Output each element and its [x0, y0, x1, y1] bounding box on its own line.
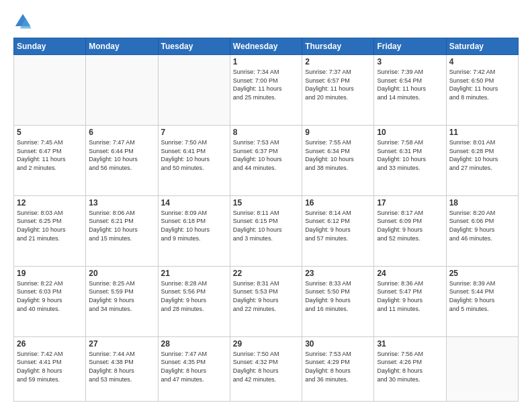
day-info: Sunrise: 7:56 AM Sunset: 4:26 PM Dayligh…	[377, 350, 443, 383]
day-info: Sunrise: 8:20 AM Sunset: 6:06 PM Dayligh…	[449, 209, 515, 242]
weekday-header-tuesday: Tuesday	[158, 38, 230, 55]
day-info: Sunrise: 7:42 AM Sunset: 6:50 PM Dayligh…	[449, 68, 515, 101]
day-number: 12	[17, 198, 83, 208]
calendar-cell: 29Sunrise: 7:50 AM Sunset: 4:32 PM Dayli…	[230, 336, 302, 401]
day-number: 24	[377, 269, 443, 278]
calendar-cell: 14Sunrise: 8:09 AM Sunset: 6:18 PM Dayli…	[158, 195, 230, 266]
logo-icon	[13, 12, 32, 31]
day-info: Sunrise: 7:53 AM Sunset: 4:29 PM Dayligh…	[305, 350, 371, 383]
calendar-week-4: 19Sunrise: 8:22 AM Sunset: 6:03 PM Dayli…	[14, 266, 519, 336]
day-number: 2	[305, 57, 371, 66]
day-number: 1	[233, 57, 299, 66]
calendar-cell: 9Sunrise: 7:55 AM Sunset: 6:34 PM Daylig…	[302, 125, 374, 195]
day-info: Sunrise: 7:47 AM Sunset: 6:44 PM Dayligh…	[89, 138, 154, 172]
calendar-cell: 4Sunrise: 7:42 AM Sunset: 6:50 PM Daylig…	[446, 55, 518, 126]
day-info: Sunrise: 7:50 AM Sunset: 6:41 PM Dayligh…	[161, 138, 227, 172]
calendar-cell: 17Sunrise: 8:17 AM Sunset: 6:09 PM Dayli…	[374, 195, 446, 266]
day-info: Sunrise: 7:50 AM Sunset: 4:32 PM Dayligh…	[233, 350, 299, 383]
calendar-week-1: 1Sunrise: 7:34 AM Sunset: 7:00 PM Daylig…	[14, 55, 519, 126]
calendar-cell: 12Sunrise: 8:03 AM Sunset: 6:25 PM Dayli…	[14, 195, 86, 266]
day-info: Sunrise: 8:09 AM Sunset: 6:18 PM Dayligh…	[161, 209, 227, 242]
day-number: 19	[17, 269, 83, 278]
calendar-cell: 7Sunrise: 7:50 AM Sunset: 6:41 PM Daylig…	[158, 125, 230, 195]
day-info: Sunrise: 8:36 AM Sunset: 5:47 PM Dayligh…	[377, 279, 443, 313]
day-info: Sunrise: 8:31 AM Sunset: 5:53 PM Dayligh…	[233, 279, 299, 313]
calendar-cell: 3Sunrise: 7:39 AM Sunset: 6:54 PM Daylig…	[374, 55, 446, 126]
day-info: Sunrise: 7:37 AM Sunset: 6:57 PM Dayligh…	[305, 68, 371, 101]
calendar-cell: 18Sunrise: 8:20 AM Sunset: 6:06 PM Dayli…	[446, 195, 518, 266]
calendar-week-2: 5Sunrise: 7:45 AM Sunset: 6:47 PM Daylig…	[14, 125, 519, 195]
day-number: 16	[305, 198, 371, 208]
day-number: 14	[161, 198, 227, 208]
calendar-cell: 2Sunrise: 7:37 AM Sunset: 6:57 PM Daylig…	[302, 55, 374, 126]
day-number: 21	[161, 269, 227, 278]
day-number: 20	[89, 269, 154, 278]
page: SundayMondayTuesdayWednesdayThursdayFrid…	[0, 0, 532, 411]
calendar-cell: 10Sunrise: 7:58 AM Sunset: 6:31 PM Dayli…	[374, 125, 446, 195]
day-number: 5	[17, 128, 83, 137]
day-info: Sunrise: 8:01 AM Sunset: 6:28 PM Dayligh…	[449, 138, 515, 172]
weekday-header-friday: Friday	[374, 38, 446, 55]
day-number: 8	[233, 128, 299, 137]
calendar-cell	[446, 336, 518, 401]
day-number: 9	[305, 128, 371, 137]
day-number: 29	[233, 339, 299, 349]
day-number: 18	[449, 198, 515, 208]
day-info: Sunrise: 8:25 AM Sunset: 5:59 PM Dayligh…	[89, 279, 154, 313]
day-info: Sunrise: 7:53 AM Sunset: 6:37 PM Dayligh…	[233, 138, 299, 172]
day-info: Sunrise: 8:06 AM Sunset: 6:21 PM Dayligh…	[89, 209, 154, 242]
day-number: 27	[89, 339, 154, 349]
day-info: Sunrise: 8:22 AM Sunset: 6:03 PM Dayligh…	[17, 279, 83, 313]
day-info: Sunrise: 8:14 AM Sunset: 6:12 PM Dayligh…	[305, 209, 371, 242]
day-number: 6	[89, 128, 154, 137]
day-info: Sunrise: 7:47 AM Sunset: 4:35 PM Dayligh…	[161, 350, 227, 383]
day-info: Sunrise: 8:39 AM Sunset: 5:44 PM Dayligh…	[449, 279, 515, 313]
logo	[13, 12, 35, 31]
day-info: Sunrise: 7:34 AM Sunset: 7:00 PM Dayligh…	[233, 68, 299, 101]
calendar-cell: 8Sunrise: 7:53 AM Sunset: 6:37 PM Daylig…	[230, 125, 302, 195]
day-number: 25	[449, 269, 515, 278]
calendar-cell: 26Sunrise: 7:42 AM Sunset: 4:41 PM Dayli…	[14, 336, 86, 401]
calendar-cell: 23Sunrise: 8:33 AM Sunset: 5:50 PM Dayli…	[302, 266, 374, 336]
calendar-week-3: 12Sunrise: 8:03 AM Sunset: 6:25 PM Dayli…	[14, 195, 519, 266]
day-number: 28	[161, 339, 227, 349]
calendar-cell: 13Sunrise: 8:06 AM Sunset: 6:21 PM Dayli…	[86, 195, 158, 266]
day-info: Sunrise: 7:42 AM Sunset: 4:41 PM Dayligh…	[17, 350, 83, 383]
weekday-header-thursday: Thursday	[302, 38, 374, 55]
day-info: Sunrise: 7:44 AM Sunset: 4:38 PM Dayligh…	[89, 350, 154, 383]
day-number: 10	[377, 128, 443, 137]
calendar-cell: 15Sunrise: 8:11 AM Sunset: 6:15 PM Dayli…	[230, 195, 302, 266]
calendar-cell	[86, 55, 158, 126]
day-info: Sunrise: 8:03 AM Sunset: 6:25 PM Dayligh…	[17, 209, 83, 242]
calendar-cell: 30Sunrise: 7:53 AM Sunset: 4:29 PM Dayli…	[302, 336, 374, 401]
day-number: 15	[233, 198, 299, 208]
calendar-cell	[158, 55, 230, 126]
day-number: 3	[377, 57, 443, 66]
calendar-cell: 1Sunrise: 7:34 AM Sunset: 7:00 PM Daylig…	[230, 55, 302, 126]
calendar-cell: 19Sunrise: 8:22 AM Sunset: 6:03 PM Dayli…	[14, 266, 86, 336]
calendar-cell: 24Sunrise: 8:36 AM Sunset: 5:47 PM Dayli…	[374, 266, 446, 336]
day-info: Sunrise: 7:45 AM Sunset: 6:47 PM Dayligh…	[17, 138, 83, 172]
day-number: 7	[161, 128, 227, 137]
calendar-cell: 21Sunrise: 8:28 AM Sunset: 5:56 PM Dayli…	[158, 266, 230, 336]
day-number: 17	[377, 198, 443, 208]
calendar-cell: 27Sunrise: 7:44 AM Sunset: 4:38 PM Dayli…	[86, 336, 158, 401]
weekday-header-wednesday: Wednesday	[230, 38, 302, 55]
day-info: Sunrise: 8:11 AM Sunset: 6:15 PM Dayligh…	[233, 209, 299, 242]
day-info: Sunrise: 7:58 AM Sunset: 6:31 PM Dayligh…	[377, 138, 443, 172]
day-number: 26	[17, 339, 83, 349]
calendar-cell: 6Sunrise: 7:47 AM Sunset: 6:44 PM Daylig…	[86, 125, 158, 195]
day-number: 23	[305, 269, 371, 278]
calendar-cell: 16Sunrise: 8:14 AM Sunset: 6:12 PM Dayli…	[302, 195, 374, 266]
day-number: 22	[233, 269, 299, 278]
day-info: Sunrise: 7:55 AM Sunset: 6:34 PM Dayligh…	[305, 138, 371, 172]
weekday-header-monday: Monday	[86, 38, 158, 55]
weekday-header-saturday: Saturday	[446, 38, 518, 55]
calendar-cell: 28Sunrise: 7:47 AM Sunset: 4:35 PM Dayli…	[158, 336, 230, 401]
weekday-header-sunday: Sunday	[14, 38, 86, 55]
day-number: 31	[377, 339, 443, 349]
day-info: Sunrise: 8:28 AM Sunset: 5:56 PM Dayligh…	[161, 279, 227, 313]
calendar-cell: 22Sunrise: 8:31 AM Sunset: 5:53 PM Dayli…	[230, 266, 302, 336]
calendar-cell: 20Sunrise: 8:25 AM Sunset: 5:59 PM Dayli…	[86, 266, 158, 336]
calendar: SundayMondayTuesdayWednesdayThursdayFrid…	[13, 38, 519, 402]
